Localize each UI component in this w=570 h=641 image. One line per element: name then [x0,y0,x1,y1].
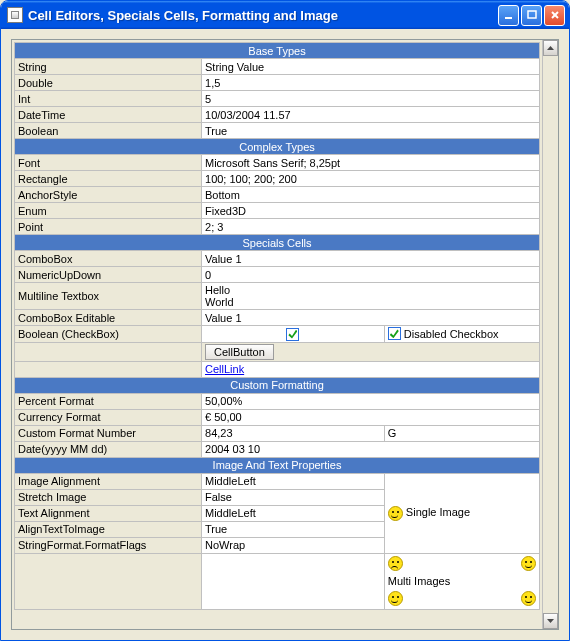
table-row: String String Value [15,59,540,75]
table-row: Point 2; 3 [15,219,540,235]
table-row: AnchorStyle Bottom [15,187,540,203]
table-row: ComboBox Value 1 [15,251,540,267]
window-title: Cell Editors, Specials Cells, Formatting… [28,8,498,23]
row-label: Custom Format Number [15,425,202,441]
row-value[interactable]: 2; 3 [202,219,540,235]
grid-wrap: Base Types String String Value Double 1,… [12,40,542,629]
row-label: DateTime [15,107,202,123]
row-label: ComboBox [15,251,202,267]
disabled-checkbox-cell: Disabled Checkbox [384,326,539,343]
row-value-empty [202,553,385,609]
client-area: Base Types String String Value Double 1,… [1,29,569,640]
titlebar[interactable]: Cell Editors, Specials Cells, Formatting… [1,1,569,29]
section-header-specials: Specials Cells [15,235,540,251]
checkbox-cell[interactable] [202,326,385,343]
smiley-sad-icon [388,556,403,571]
row-value[interactable]: True [202,521,385,537]
row-value[interactable]: 2004 03 10 [202,441,540,457]
row-value[interactable]: 84,23 [202,425,385,441]
window-buttons [498,5,565,26]
checkbox-disabled-icon [388,327,401,340]
table-row: NumericUpDown 0 [15,267,540,283]
row-label: Double [15,75,202,91]
row-value[interactable]: True [202,123,540,139]
row-label: Point [15,219,202,235]
row-label: Text Alignment [15,505,202,521]
row-value[interactable]: Fixed3D [202,203,540,219]
row-value[interactable]: € 50,00 [202,409,540,425]
table-row: Multi Images [15,553,540,609]
row-label: Font [15,155,202,171]
row-label: Currency Format [15,409,202,425]
checkbox-icon[interactable] [286,328,299,341]
combobox-cell[interactable]: Value 1 [202,251,540,267]
row-value[interactable]: 5 [202,91,540,107]
table-row: Enum Fixed3D [15,203,540,219]
row-label: AnchorStyle [15,187,202,203]
maximize-button[interactable] [521,5,542,26]
section-header-image: Image And Text Properties [15,457,540,473]
row-value[interactable]: 10/03/2004 11.57 [202,107,540,123]
table-row: Custom Format Number 84,23 G [15,425,540,441]
row-label: Date(yyyy MM dd) [15,441,202,457]
row-value[interactable]: 50,00% [202,393,540,409]
row-value[interactable]: 100; 100; 200; 200 [202,171,540,187]
table-row: Date(yyyy MM dd) 2004 03 10 [15,441,540,457]
row-label: NumericUpDown [15,267,202,283]
row-value[interactable]: Microsoft Sans Serif; 8,25pt [202,155,540,171]
grid-panel: Base Types String String Value Double 1,… [11,39,559,630]
smiley-happy-icon [521,591,536,606]
row-label: Stretch Image [15,489,202,505]
section-header-base: Base Types [15,43,540,59]
table-row: Rectangle 100; 100; 200; 200 [15,171,540,187]
celllink-cell: CellLink [202,361,540,377]
row-label: Percent Format [15,393,202,409]
close-button[interactable] [544,5,565,26]
row-label: StringFormat.FormatFlags [15,537,202,553]
row-label: Rectangle [15,171,202,187]
app-icon [7,7,23,23]
cell-button[interactable]: CellButton [205,344,274,360]
table-row: Double 1,5 [15,75,540,91]
section-header-format: Custom Formatting [15,377,540,393]
row-extra[interactable]: G [384,425,539,441]
scroll-down-button[interactable] [543,613,558,629]
minimize-button[interactable] [498,5,519,26]
vertical-scrollbar[interactable] [542,40,558,629]
smiley-happy-icon [388,591,403,606]
app-window: Cell Editors, Specials Cells, Formatting… [0,0,570,641]
table-row: Int 5 [15,91,540,107]
single-image-cell: Single Image [384,473,539,553]
row-label: Boolean (CheckBox) [15,326,202,343]
table-row: Boolean True [15,123,540,139]
row-label: String [15,59,202,75]
cell-link[interactable]: CellLink [205,363,244,375]
table-row: CellLink [15,361,540,377]
row-label: AlignTextToImage [15,521,202,537]
disabled-checkbox-label: Disabled Checkbox [404,328,499,340]
row-value[interactable]: MiddleLeft [202,473,385,489]
svg-marker-5 [547,619,554,623]
row-value[interactable]: Bottom [202,187,540,203]
property-grid: Base Types String String Value Double 1,… [14,42,540,610]
table-row: Font Microsoft Sans Serif; 8,25pt [15,155,540,171]
combo-editable-cell[interactable]: Value 1 [202,310,540,326]
table-row: Multiline Textbox Hello World [15,283,540,310]
multi-images-label: Multi Images [388,575,450,587]
row-label: Boolean [15,123,202,139]
row-value[interactable]: MiddleLeft [202,505,385,521]
smiley-happy-icon [521,556,536,571]
smiley-happy-icon [388,506,403,521]
section-header-complex: Complex Types [15,139,540,155]
row-value[interactable]: 1,5 [202,75,540,91]
row-value[interactable]: False [202,489,385,505]
row-value[interactable]: String Value [202,59,540,75]
multi-image-cell: Multi Images [384,553,539,609]
scroll-up-button[interactable] [543,40,558,56]
row-label-empty [15,553,202,609]
row-label-empty [15,361,202,377]
table-row: Percent Format 50,00% [15,393,540,409]
multiline-cell[interactable]: Hello World [202,283,540,310]
numeric-cell[interactable]: 0 [202,267,540,283]
row-value[interactable]: NoWrap [202,537,385,553]
